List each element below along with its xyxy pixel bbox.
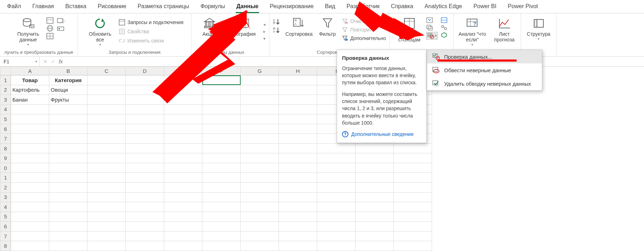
cell[interactable] [126,222,164,232]
cell[interactable] [49,231,88,241]
cell[interactable] [355,163,394,173]
cell[interactable] [88,114,126,124]
from-text-icon[interactable] [46,17,54,24]
select-all-corner[interactable] [0,67,11,75]
menu-item-clear-circles[interactable]: Удалить обводку неверных данных [427,77,542,90]
cell[interactable] [11,241,49,251]
cell[interactable] [202,153,241,163]
cell[interactable] [279,192,317,202]
cell[interactable] [394,192,432,202]
cell[interactable] [49,124,88,134]
cell[interactable] [126,231,164,241]
existing-conn-icon[interactable] [57,25,65,32]
cell[interactable] [317,212,355,222]
col-header[interactable]: G [241,67,279,75]
cell[interactable] [241,114,279,124]
sort-desc-button[interactable]: ЯA [272,26,281,33]
cell[interactable] [202,183,241,193]
row-header[interactable]: 7 [0,134,11,144]
cell[interactable] [49,222,88,232]
cell[interactable] [317,173,355,183]
cell[interactable] [202,163,241,173]
cell[interactable] [241,95,279,105]
row-header[interactable]: 6 [0,222,11,232]
cell[interactable] [355,202,394,212]
cell[interactable] [241,202,279,212]
cell[interactable] [126,163,164,173]
cell[interactable] [279,95,317,105]
consolidate-icon[interactable] [441,17,448,23]
cell[interactable] [241,212,279,222]
tab-developer[interactable]: Разработчик [341,0,385,13]
cell[interactable] [241,192,279,202]
cell[interactable] [11,114,49,124]
cell[interactable] [202,231,241,241]
flash-fill-icon[interactable] [426,17,433,23]
row-header[interactable]: 7 [0,231,11,241]
chevron-down-icon[interactable]: ▾ [35,59,37,63]
row-header[interactable]: 2 [0,85,11,95]
cell[interactable] [49,192,88,202]
cell[interactable] [164,173,202,183]
cell[interactable] [202,134,241,144]
cell[interactable] [126,153,164,163]
cell[interactable] [279,153,317,163]
cell[interactable] [49,173,88,183]
col-header[interactable]: D [126,67,164,75]
cell[interactable] [241,124,279,134]
tab-help[interactable]: Справка [385,0,419,13]
cell[interactable] [241,183,279,193]
cell[interactable] [241,85,279,95]
tab-data[interactable]: Данные [231,0,264,13]
cell[interactable] [164,85,202,95]
cell[interactable] [394,183,432,193]
cell[interactable] [88,212,126,222]
cell[interactable] [317,241,355,251]
cell[interactable] [279,163,317,173]
cell[interactable]: Банан [11,95,49,105]
cell[interactable] [202,241,241,251]
chevron-left-icon[interactable]: ◂ [263,22,265,27]
row-header[interactable]: 8 [0,143,11,153]
chevron-down-icon[interactable]: ▾ [263,36,265,41]
cell[interactable] [202,212,241,222]
cell[interactable] [11,124,49,134]
cell[interactable]: Картофель [11,85,49,95]
tab-page-layout[interactable]: Разметка страницы [132,0,195,13]
sort-button[interactable]: ЯA Сортировка [284,16,314,37]
filter-button[interactable]: Фильтр [317,16,338,37]
cell[interactable] [49,183,88,193]
cell[interactable] [317,222,355,232]
data-model-icon[interactable] [441,32,448,38]
cell[interactable] [279,114,317,124]
cell[interactable] [241,163,279,173]
cell[interactable] [317,153,355,163]
cell[interactable] [394,212,432,222]
cell[interactable] [202,124,241,134]
cell[interactable] [88,231,126,241]
cell[interactable] [355,153,394,163]
outline-button[interactable]: Структура ▾ [524,16,553,41]
cell[interactable] [202,95,241,105]
cell[interactable] [394,231,432,241]
cell[interactable] [394,173,432,183]
cell[interactable] [241,173,279,183]
cell[interactable] [394,241,432,251]
cell[interactable] [241,241,279,251]
cell[interactable] [126,183,164,193]
cell[interactable] [126,192,164,202]
cell[interactable] [164,114,202,124]
cell[interactable]: Овощи [49,85,88,95]
cell[interactable] [241,231,279,241]
cell[interactable] [279,143,317,153]
cell[interactable] [317,202,355,212]
worksheet-grid[interactable]: A B C D E F G H I J K 1ТоварКатегория2Ка… [0,67,644,251]
row-header[interactable]: 1 [0,173,11,183]
row-header[interactable]: 3 [0,95,11,105]
cell[interactable] [279,104,317,114]
cell[interactable] [126,95,164,105]
cell[interactable] [88,163,126,173]
cell[interactable] [11,163,49,173]
cell[interactable] [126,202,164,212]
cell[interactable] [394,222,432,232]
